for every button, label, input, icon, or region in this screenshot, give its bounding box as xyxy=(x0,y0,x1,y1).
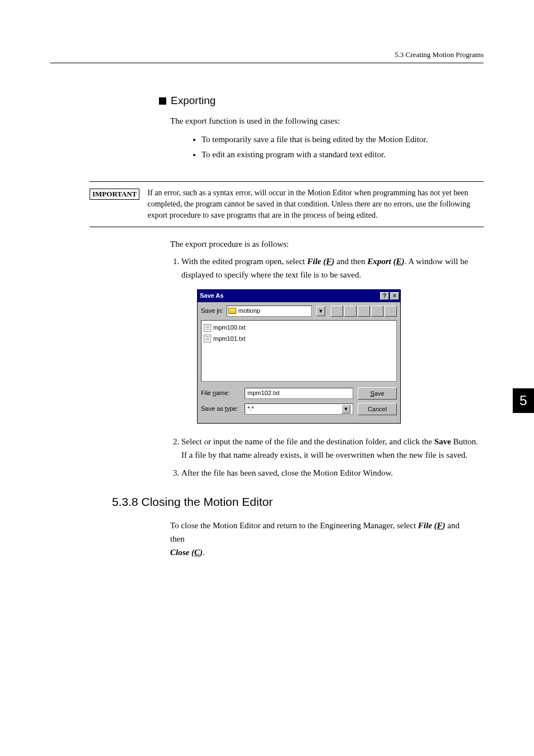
save-in-label: Save in: xyxy=(201,306,223,316)
divider xyxy=(90,227,484,227)
important-text: If an error, such as a syntax error, wil… xyxy=(147,187,484,222)
save-type-label: Save as type: xyxy=(201,404,240,414)
filename-label: File name: xyxy=(201,388,240,398)
save-as-dialog: Save As ? × Save in: motionp ▼ xyxy=(197,289,401,424)
exporting-intro: The export function is used in the follo… xyxy=(170,115,484,128)
desktop-icon[interactable] xyxy=(344,306,357,317)
resize-grip-icon[interactable]: ⋰ xyxy=(198,420,400,423)
exporting-heading: Exporting xyxy=(159,95,484,107)
folder-icon xyxy=(228,308,236,314)
exporting-bullets: To temporarily save a file that is being… xyxy=(179,132,484,162)
file-list[interactable]: mpm100.txt mpm101.txt xyxy=(201,320,397,382)
filename-input[interactable]: mpm102.txt xyxy=(245,388,353,399)
chevron-down-icon[interactable]: ▼ xyxy=(341,405,350,414)
important-label: IMPORTANT xyxy=(90,189,139,200)
closing-text: To close the Motion Editor and return to… xyxy=(170,519,472,559)
chapter-tab: 5 xyxy=(513,388,534,413)
up-folder-icon[interactable] xyxy=(331,306,343,317)
save-in-folder: motionp xyxy=(238,306,260,316)
bullet-item: To edit an existing program with a stand… xyxy=(202,147,484,162)
closing-heading: 5.3.8 Closing the Motion Editor xyxy=(112,495,484,509)
document-icon xyxy=(204,335,211,342)
help-icon[interactable]: ? xyxy=(380,292,389,300)
cancel-button[interactable]: Cancel xyxy=(358,403,397,415)
document-icon xyxy=(204,324,211,332)
save-type-combo[interactable]: *.* ▼ xyxy=(245,403,353,415)
page-header: 5.3 Creating Motion Programs xyxy=(50,50,484,63)
details-view-icon[interactable] xyxy=(385,306,397,317)
chevron-down-icon[interactable]: ▼ xyxy=(316,306,325,316)
dialog-title: Save As xyxy=(200,291,223,301)
step-2: Select or input the name of the file and… xyxy=(181,435,484,462)
step-3: After the file has been saved, close the… xyxy=(181,466,484,480)
bullet-item: To temporarily save a file that is being… xyxy=(202,132,484,147)
divider xyxy=(90,181,484,182)
exporting-title: Exporting xyxy=(171,95,216,107)
square-bullet-icon xyxy=(159,97,166,105)
close-icon[interactable]: × xyxy=(390,292,399,300)
step-1: With the edited program open, select Fil… xyxy=(181,255,484,424)
save-button[interactable]: Save xyxy=(358,387,397,400)
list-item[interactable]: mpm101.txt xyxy=(204,334,394,344)
section-reference: 5.3 Creating Motion Programs xyxy=(395,50,484,59)
list-view-icon[interactable] xyxy=(371,306,383,317)
save-in-combo[interactable]: motionp xyxy=(227,306,312,317)
list-item[interactable]: mpm100.txt xyxy=(204,323,394,333)
procedure-steps: With the edited program open, select Fil… xyxy=(171,255,484,480)
procedure-intro: The export procedure is as follows: xyxy=(170,240,484,249)
dialog-titlebar: Save As ? × xyxy=(198,290,400,302)
new-folder-icon[interactable] xyxy=(358,306,370,317)
